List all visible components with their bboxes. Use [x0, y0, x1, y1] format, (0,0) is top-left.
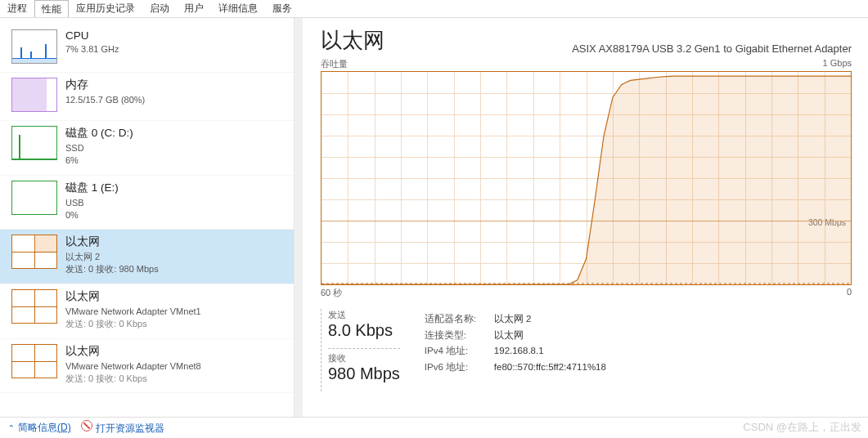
tab-startup[interactable]: 启动 — [142, 0, 177, 17]
sidebar-item-sub: 12.5/15.7 GB (80%) — [65, 94, 145, 106]
chart-label-0: 0 — [847, 287, 852, 299]
sidebar-item-sub2: 发送: 0 接收: 0 Kbps — [65, 318, 201, 330]
cpu-thumb-icon — [11, 29, 57, 64]
sidebar-item-title: 以太网 — [65, 289, 201, 304]
adapter-name: ASIX AX88179A USB 3.2 Gen1 to Gigabit Et… — [572, 42, 852, 55]
sidebar-item-ethernet[interactable]: 以太网 以太网 2 发送: 0 接收: 980 Mbps — [0, 230, 294, 284]
k-adapter-name: 适配器名称: — [425, 311, 494, 328]
sidebar-item-sub: VMware Network Adapter VMnet1 — [65, 306, 201, 318]
sidebar-item-ethernet-vmnet8[interactable]: 以太网 VMware Network Adapter VMnet8 发送: 0 … — [0, 339, 294, 394]
sidebar-item-sub: 7% 3.81 GHz — [65, 43, 119, 56]
open-resource-monitor-link[interactable]: 打开资源监视器 — [81, 420, 164, 436]
watermark: CSDN @在路上，正出发 — [743, 420, 861, 435]
tab-performance[interactable]: 性能 — [34, 0, 69, 17]
ethernet-thumb-icon — [11, 344, 57, 378]
sidebar-item-title: 以太网 — [65, 344, 201, 359]
sidebar-item-sub2: 0% — [65, 209, 119, 221]
k-conn-type: 连接类型: — [425, 328, 494, 344]
chevron-up-icon: ⌄ — [8, 423, 15, 432]
sidebar-item-title: 磁盘 0 (C: D:) — [65, 126, 133, 141]
k-ipv6: IPv6 地址: — [425, 360, 494, 376]
chart-label-throughput: 吞吐量 — [321, 58, 348, 70]
tab-processes[interactable]: 进程 — [0, 0, 34, 17]
sidebar-item-sub: USB — [65, 197, 119, 209]
page-title: 以太网 — [321, 26, 385, 55]
v-adapter-name: 以太网 2 — [494, 311, 532, 328]
sidebar-item-memory[interactable]: 内存 12.5/15.7 GB (80%) — [0, 73, 294, 121]
sidebar-item-sub: VMware Network Adapter VMnet8 — [65, 360, 201, 373]
sidebar-item-title: 内存 — [65, 78, 145, 92]
recv-value: 980 Mbps — [328, 364, 400, 383]
sidebar-item-cpu[interactable]: CPU 7% 3.81 GHz — [0, 25, 294, 73]
disk-thumb-icon — [11, 126, 57, 160]
sidebar-item-sub: 以太网 2 — [65, 251, 159, 263]
tab-bar: 进程 性能 应用历史记录 启动 用户 详细信息 服务 — [0, 0, 868, 18]
send-value: 8.0 Kbps — [328, 321, 400, 340]
sidebar-item-title: 磁盘 1 (E:) — [65, 181, 119, 195]
fewer-details-link[interactable]: ⌄简略信息(D) — [8, 421, 71, 435]
content: CPU 7% 3.81 GHz 内存 12.5/15.7 GB (80%) 磁盘… — [0, 18, 868, 417]
sidebar-item-title: CPU — [65, 29, 119, 42]
v-ipv4: 192.168.8.1 — [494, 343, 544, 360]
recv-label: 接收 — [328, 352, 400, 364]
k-ipv4: IPv4 地址: — [425, 343, 494, 360]
tab-details[interactable]: 详细信息 — [211, 0, 265, 17]
chart-label-max: 1 Gbps — [823, 58, 852, 70]
sidebar-item-title: 以太网 — [65, 235, 159, 249]
v-conn-type: 以太网 — [494, 328, 524, 344]
sidebar-item-sub2: 6% — [65, 154, 133, 167]
stats-send-recv: 发送 8.0 Kbps 接收 980 Mbps — [321, 309, 400, 391]
tab-users[interactable]: 用户 — [177, 0, 211, 17]
memory-thumb-icon — [11, 78, 57, 112]
v-ipv6: fe80::570:ffc:5ff2:4711%18 — [494, 360, 606, 376]
sidebar: CPU 7% 3.81 GHz 内存 12.5/15.7 GB (80%) 磁盘… — [0, 18, 295, 417]
tab-services[interactable]: 服务 — [265, 0, 299, 17]
sidebar-item-sub2: 发送: 0 接收: 0 Kbps — [65, 373, 201, 385]
sidebar-item-ethernet-vmnet1[interactable]: 以太网 VMware Network Adapter VMnet1 发送: 0 … — [0, 284, 294, 339]
chart-label-60s: 60 秒 — [321, 287, 342, 299]
adapter-info: 适配器名称:以太网 2 连接类型:以太网 IPv4 地址:192.168.8.1… — [425, 309, 606, 391]
disk-thumb-icon — [11, 181, 57, 215]
throughput-chart: 300 Mbps — [321, 71, 852, 285]
sidebar-item-disk0[interactable]: 磁盘 0 (C: D:) SSD 6% — [0, 121, 294, 176]
footer-bar: ⌄简略信息(D) 打开资源监视器 — [0, 417, 868, 438]
sidebar-item-sub: SSD — [65, 142, 133, 154]
ethernet-thumb-icon — [11, 235, 57, 269]
send-label: 发送 — [328, 309, 400, 321]
main-panel: 以太网 ASIX AX88179A USB 3.2 Gen1 to Gigabi… — [303, 18, 868, 417]
ethernet-thumb-icon — [11, 289, 57, 324]
tab-app-history[interactable]: 应用历史记录 — [69, 0, 142, 17]
sidebar-item-disk1[interactable]: 磁盘 1 (E:) USB 0% — [0, 176, 294, 230]
sidebar-item-sub2: 发送: 0 接收: 980 Mbps — [65, 263, 159, 275]
resource-monitor-icon — [81, 420, 92, 431]
sidebar-scrollbar[interactable] — [295, 18, 303, 417]
